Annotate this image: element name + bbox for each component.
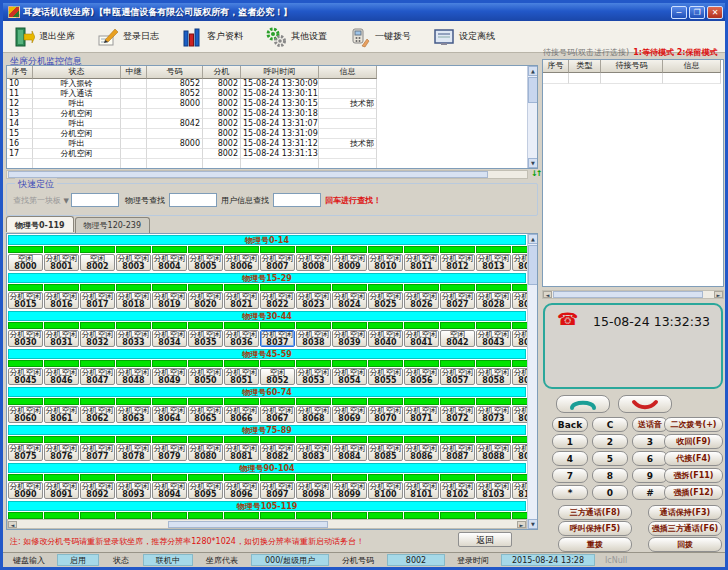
set-offline-button[interactable]: 设定离线	[433, 26, 495, 48]
dial-key-7[interactable]: 7	[552, 468, 588, 483]
scroll-thumb[interactable]	[8, 171, 488, 178]
scroll-up-icon[interactable]: ▲	[528, 234, 538, 244]
scroll-down-icon[interactable]: ▼	[528, 519, 538, 529]
extension-button[interactable]: 分机空闲8071	[404, 406, 439, 423]
extension-button[interactable]: 分机空闲8012	[440, 254, 475, 271]
grid-horizontal-scrollbar[interactable]: ◄ ►	[7, 519, 527, 529]
scroll-left-icon[interactable]: ◄	[543, 291, 552, 298]
extension-button[interactable]: 分机空闲8080	[188, 444, 223, 461]
function-key[interactable]: 代接(F4)	[664, 451, 723, 466]
extension-button[interactable]: 分机空闲8029	[512, 292, 527, 309]
extension-button[interactable]: 分机空闲8020	[188, 292, 223, 309]
extension-button[interactable]: 分机空闲8014	[512, 254, 527, 271]
extension-button[interactable]: 分机空闲8047	[80, 368, 115, 385]
extension-button[interactable]: 空闲8052	[260, 368, 295, 385]
table-row[interactable]: 13分机空闲800215-08-24 13:30:18	[7, 109, 377, 119]
extension-button[interactable]: 分机空闲8097	[260, 482, 295, 499]
extension-button[interactable]: 分机空闲8032	[80, 330, 115, 347]
dial-key-2[interactable]: 2	[592, 434, 628, 449]
extension-button[interactable]: 分机空闲8036	[224, 330, 259, 347]
extension-button[interactable]: 分机空闲8045	[8, 368, 43, 385]
extension-button[interactable]: 分机空闲8074	[512, 406, 527, 423]
dial-key-[interactable]: #	[632, 485, 668, 500]
extension-button[interactable]: 分机空闲8004	[152, 254, 187, 271]
extension-button[interactable]: 分机空闲8044	[512, 330, 527, 347]
extension-button[interactable]: 分机空闲8050	[188, 368, 223, 385]
grid-vertical-scrollbar[interactable]: ▲ ▼	[527, 234, 537, 529]
extension-button[interactable]: 分机空闲8016	[44, 292, 79, 309]
function-key[interactable]: 收回(F9)	[664, 434, 723, 449]
extension-button[interactable]: 分机空闲8077	[80, 444, 115, 461]
extension-button[interactable]: 分机空闲8090	[8, 482, 43, 499]
dial-key-1[interactable]: 1	[552, 434, 588, 449]
tab-phys-0-119[interactable]: 物理号0-119	[6, 216, 74, 232]
scroll-thumb[interactable]	[168, 521, 328, 528]
extension-button[interactable]: 分机空闲8061	[44, 406, 79, 423]
extension-button[interactable]: 分机空闲8041	[404, 330, 439, 347]
extension-button[interactable]: 分机空闲8073	[476, 406, 511, 423]
scroll-right-icon[interactable]: ►	[517, 521, 526, 528]
dial-key-8[interactable]: 8	[592, 468, 628, 483]
extension-button[interactable]: 分机空闲8051	[224, 368, 259, 385]
extension-button[interactable]: 分机空闲8007	[260, 254, 295, 271]
scroll-thumb[interactable]	[553, 291, 703, 298]
scroll-down-icon[interactable]: ▼	[528, 158, 538, 168]
extension-button[interactable]: 分机空闲8081	[224, 444, 259, 461]
extension-button[interactable]: 分机空闲8035	[188, 330, 223, 347]
extension-button[interactable]: 分机空闲8067	[260, 406, 295, 423]
minimize-icon[interactable]: ─	[671, 6, 687, 19]
extension-button[interactable]: 分机空闲8078	[116, 444, 151, 461]
extension-button[interactable]: 分机空闲8023	[296, 292, 331, 309]
exit-seat-button[interactable]: 退出坐席	[13, 26, 75, 48]
extension-button[interactable]: 分机空闲8017	[80, 292, 115, 309]
extension-button[interactable]: 分机空闲8043	[476, 330, 511, 347]
dial-key-back[interactable]: Back	[552, 417, 588, 432]
login-log-button[interactable]: 登录日志	[97, 26, 159, 48]
extension-button[interactable]: 分机空闲8053	[296, 368, 331, 385]
extension-button[interactable]: 分机空闲8054	[332, 368, 367, 385]
dial-key-[interactable]: *	[552, 485, 588, 500]
extension-button[interactable]: 分机空闲8104	[512, 482, 527, 499]
one-key-dial-button[interactable]: 一键拨号	[349, 26, 411, 48]
extension-button[interactable]: 分机空闲8008	[296, 254, 331, 271]
extension-button[interactable]: 分机空闲8091	[44, 482, 79, 499]
monitor-horizontal-scrollbar[interactable]	[6, 170, 528, 179]
extension-button[interactable]: 分机空闲8015	[8, 292, 43, 309]
extension-button[interactable]: 分机空闲8098	[296, 482, 331, 499]
table-row[interactable]: 12呼出8000800215-08-24 13:30:15技术部	[7, 99, 377, 109]
extension-button[interactable]: 分机空闲8030	[8, 330, 43, 347]
extension-button[interactable]: 分机空闲8062	[80, 406, 115, 423]
extension-button[interactable]: 分机空闲8079	[152, 444, 187, 461]
function-key[interactable]: 强插三方通话(F6)	[648, 521, 722, 536]
extension-button[interactable]: 分机空闲8010	[368, 254, 403, 271]
customer-data-button[interactable]: 客户资料	[181, 26, 243, 48]
extension-button[interactable]: 分机空闲8075	[8, 444, 43, 461]
phys-search-input[interactable]	[169, 193, 217, 207]
scroll-thumb[interactable]	[528, 245, 538, 285]
extension-button[interactable]: 分机空闲8034	[152, 330, 187, 347]
extension-button[interactable]: 分机空闲8065	[188, 406, 223, 423]
extension-button[interactable]: 分机空闲8019	[152, 292, 187, 309]
extension-button[interactable]: 分机空闲8072	[440, 406, 475, 423]
extension-button[interactable]: 分机空闲8009	[332, 254, 367, 271]
table-row[interactable]: 14呼出8042800215-08-24 13:31:07	[7, 119, 377, 129]
extension-button[interactable]: 分机空闲8084	[332, 444, 367, 461]
extension-button[interactable]: 分机空闲8046	[44, 368, 79, 385]
scroll-thumb[interactable]	[528, 77, 538, 103]
extension-button[interactable]: 分机空闲8060	[8, 406, 43, 423]
extension-button[interactable]: 分机空闲8066	[224, 406, 259, 423]
extension-button[interactable]: 分机空闲8026	[404, 292, 439, 309]
extension-button[interactable]: 分机空闲8018	[116, 292, 151, 309]
extension-button[interactable]: 分机空闲8068	[296, 406, 331, 423]
extension-button[interactable]: 分机空闲8025	[368, 292, 403, 309]
extension-button[interactable]: 分机空闲8064	[152, 406, 187, 423]
extension-button[interactable]: 分机空闲8086	[404, 444, 439, 461]
extension-button[interactable]: 分机空闲8093	[116, 482, 151, 499]
extension-button[interactable]: 分机空闲8085	[368, 444, 403, 461]
close-icon[interactable]: ✕	[707, 6, 723, 19]
scroll-right-icon[interactable]: ►	[714, 291, 723, 298]
table-row[interactable]: 16呼出8000800215-08-24 13:31:12技术部	[7, 139, 377, 149]
function-key[interactable]: 强拆(F11)	[664, 468, 723, 483]
extension-button[interactable]: 分机空闲8011	[404, 254, 439, 271]
extension-button[interactable]: 分机空闲8076	[44, 444, 79, 461]
